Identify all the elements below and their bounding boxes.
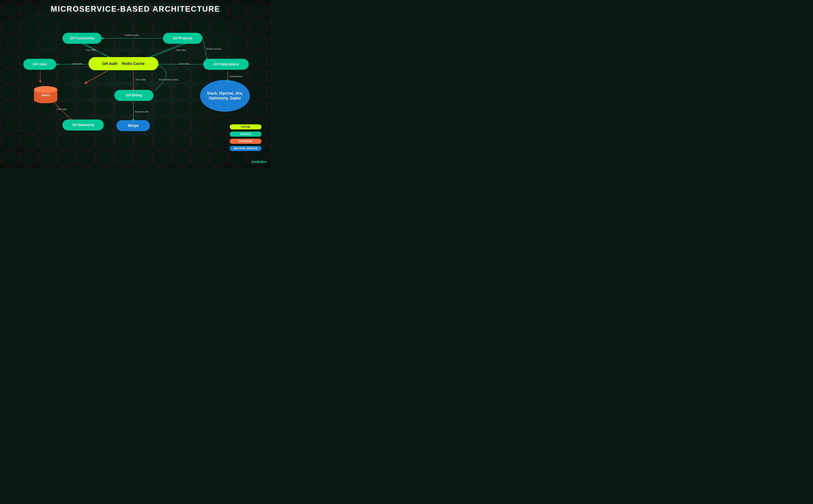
gh-billing-node: GH Billing — [114, 90, 153, 101]
stripe-label: Stripe — [128, 124, 138, 128]
gh-projects-label: GH Projects — [173, 36, 192, 40]
legend-database-label: DATABASE — [230, 139, 262, 144]
logo-text1: mobi — [251, 160, 260, 164]
integrations-services-label: Slack, Hipchat, Jira, Optimizely, Zapier — [200, 87, 250, 105]
gh-auth-redis-node: GH Auth Redis Cache — [88, 57, 158, 70]
integrations-services-node: Slack, Hipchat, Jira, Optimizely, Zapier — [200, 80, 250, 112]
gh-marketing-node: GH Marketing — [62, 119, 104, 130]
gh-billing-label: GH Billing — [126, 93, 142, 97]
redis-cache-label: Redis Cache — [122, 62, 144, 66]
svg-line-11 — [146, 44, 182, 58]
legend-cache-label: CACHE — [230, 124, 262, 129]
legend-3rdparty-label: 3RD PART SERVICE — [230, 146, 262, 151]
gh-integrations-node: GH Integrations — [203, 59, 249, 70]
payment-info-label: Payment info — [135, 110, 149, 113]
gh-integrations-label: GH Integrations — [213, 62, 239, 66]
legend-3rdparty-item: 3RD PART SERVICE — [230, 146, 262, 151]
mobidev-logo: mobidev — [251, 160, 267, 164]
svg-line-12 — [148, 44, 185, 58]
gh-jobs-node: GH Jobs — [23, 59, 56, 70]
logo-text2: dev — [260, 160, 267, 164]
user-data-marketing-label: User data — [57, 108, 67, 111]
legend-database-item: DATABASE — [230, 139, 262, 144]
gh-community-label: GH Community — [70, 36, 94, 40]
user-data-jobs-label: User data — [72, 62, 82, 65]
svg-line-13 — [202, 36, 207, 60]
user-data-integrations-label: User data — [179, 62, 189, 65]
legend-cache-item: CACHE — [230, 124, 262, 129]
svg-text:Users: Users — [41, 93, 50, 97]
svg-line-10 — [85, 44, 110, 58]
legend: CACHE SERVICE DATABASE 3RD PART SERVICE — [230, 124, 262, 151]
user-data-billing-label: User data — [135, 78, 146, 81]
legend-service-item: SERVICE — [230, 132, 262, 137]
stripe-node: Stripe — [116, 120, 150, 131]
user-data-projects-label: User data — [176, 49, 186, 51]
gh-auth-label: GH Auth — [102, 62, 117, 66]
user-data-community-label: User data — [86, 49, 96, 51]
legend-service-label: SERVICE — [230, 132, 262, 137]
embed-cards-label: Embed cards — [125, 34, 139, 37]
subscription-status-label: Subscription status — [159, 78, 178, 81]
gh-community-node: GH Community — [62, 33, 102, 44]
users-database-node: Users — [31, 83, 60, 104]
gh-marketing-label: GH Marketing — [72, 123, 94, 127]
page-title: MICROSERVICE-BASED ARCHITECTURE — [51, 5, 220, 14]
svg-line-9 — [82, 44, 112, 58]
project-events-label: Project events — [207, 48, 221, 50]
notifications-label: Notifications — [230, 75, 243, 78]
gh-projects-node: GH Projects — [163, 33, 202, 44]
svg-point-21 — [34, 86, 57, 93]
gh-jobs-label: GH Jobs — [33, 62, 47, 66]
